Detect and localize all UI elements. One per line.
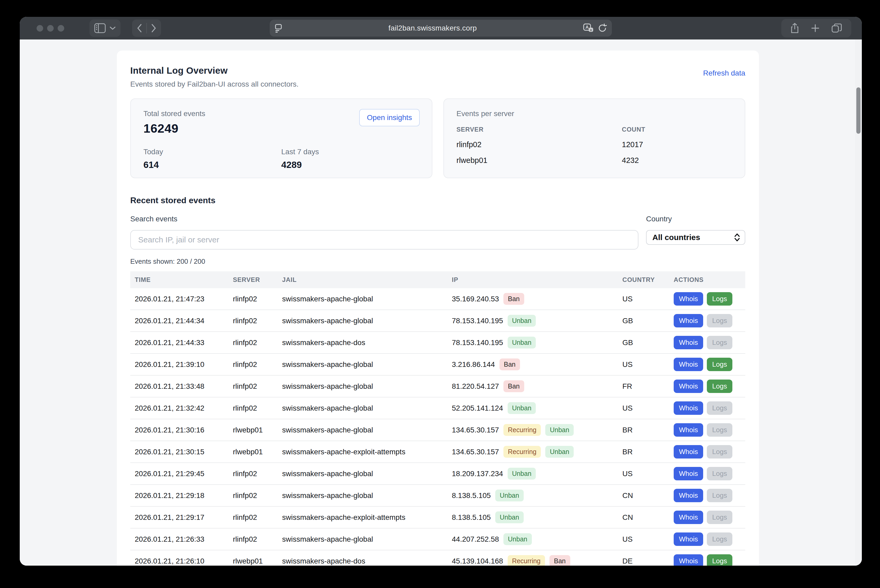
back-icon[interactable] (137, 24, 142, 33)
recurring-badge: Recurring (508, 555, 545, 566)
unban-badge: Unban (495, 512, 524, 523)
col-jail: JAIL (282, 276, 452, 284)
reader-view-icon[interactable] (274, 23, 282, 33)
scrollbar-thumb[interactable] (856, 87, 861, 134)
event-ip: 8.138.5.105 (452, 491, 491, 500)
events-table: TIME SERVER JAIL IP COUNTRY ACTIONS 2026… (130, 272, 745, 566)
translate-icon[interactable]: A x (583, 23, 594, 33)
logs-button[interactable]: Logs (707, 336, 732, 349)
sidebar-icon[interactable] (94, 23, 106, 33)
whois-button[interactable]: Whois (674, 314, 703, 327)
table-row: 2026.01.21, 21:30:15 rlwebp01 swissmaker… (130, 441, 745, 463)
last7-value: 4289 (281, 159, 419, 170)
logs-button[interactable]: Logs (707, 380, 732, 393)
cell-ip: 35.169.240.53 Ban (452, 293, 622, 305)
cell-server: rlinfp02 (233, 513, 282, 522)
cell-actions: Whois Logs (674, 380, 745, 393)
logs-button[interactable]: Logs (707, 554, 732, 566)
address-bar[interactable]: fail2ban.swissmakers.corp A x (270, 20, 612, 37)
chevron-down-icon[interactable] (109, 26, 116, 30)
logs-button[interactable]: Logs (707, 314, 732, 327)
cell-actions: Whois Logs (674, 489, 745, 502)
ban-badge: Ban (504, 380, 524, 392)
cell-server: rlinfp02 (233, 491, 282, 500)
whois-button[interactable]: Whois (674, 532, 703, 546)
cell-actions: Whois Logs (674, 336, 745, 349)
logs-button[interactable]: Logs (707, 292, 732, 306)
cell-jail: swissmakers-apache-exploit-attempts (282, 448, 452, 456)
open-insights-button[interactable]: Open insights (359, 109, 420, 126)
cell-ip: 134.65.30.157 RecurringUnban (452, 446, 622, 458)
logs-button[interactable]: Logs (707, 511, 732, 524)
cell-jail: swissmakers-apache-global (282, 404, 452, 412)
whois-button[interactable]: Whois (674, 423, 703, 436)
col-server: SERVER (233, 276, 282, 284)
whois-button[interactable]: Whois (674, 292, 703, 306)
cell-server: rlinfp02 (233, 470, 282, 478)
cell-time: 2026.01.21, 21:30:15 (130, 448, 233, 456)
cell-ip: 8.138.5.105 Unban (452, 512, 622, 523)
logs-button[interactable]: Logs (707, 532, 732, 546)
country-select[interactable]: All countries (646, 230, 745, 245)
stats-row: Total stored events 16249 Open insights … (130, 99, 745, 178)
logs-button[interactable]: Logs (707, 445, 732, 459)
refresh-data-link[interactable]: Refresh data (703, 69, 745, 77)
cell-jail: swissmakers-apache-global (282, 295, 452, 303)
event-ip: 8.138.5.105 (452, 513, 491, 522)
col-country: COUNTRY (622, 276, 674, 284)
events-table-header: TIME SERVER JAIL IP COUNTRY ACTIONS (130, 272, 745, 288)
page-header: Internal Log Overview Events stored by F… (130, 65, 745, 88)
whois-button[interactable]: Whois (674, 336, 703, 349)
whois-button[interactable]: Whois (674, 554, 703, 566)
search-input[interactable] (130, 230, 639, 249)
unban-badge: Unban (508, 315, 536, 327)
share-icon[interactable] (790, 22, 799, 34)
whois-button[interactable]: Whois (674, 380, 703, 393)
browser-window: fail2ban.swissmakers.corp A x (20, 17, 862, 566)
cell-jail: swissmakers-apache-global (282, 535, 452, 543)
new-tab-icon[interactable] (811, 24, 820, 33)
col-actions: ACTIONS (674, 276, 745, 284)
cell-jail: swissmakers-apache-global (282, 316, 452, 325)
today-stat: Today 614 (144, 148, 281, 170)
select-chevrons-icon (734, 233, 741, 242)
ban-badge: Ban (499, 358, 520, 370)
forward-icon[interactable] (151, 24, 156, 33)
cell-jail: swissmakers-apache-dos (282, 339, 452, 347)
traffic-lights (37, 25, 64, 32)
whois-button[interactable]: Whois (674, 445, 703, 459)
event-ip: 52.205.141.124 (452, 404, 503, 412)
logs-button[interactable]: Logs (707, 489, 732, 502)
cell-jail: swissmakers-apache-global (282, 470, 452, 478)
cell-time: 2026.01.21, 21:44:33 (130, 339, 233, 347)
cell-jail: swissmakers-apache-global (282, 360, 452, 369)
cell-time: 2026.01.21, 21:26:33 (130, 535, 233, 543)
whois-button[interactable]: Whois (674, 358, 703, 371)
cell-ip: 8.138.5.105 Unban (452, 489, 622, 501)
logs-button[interactable]: Logs (707, 401, 732, 415)
logs-button[interactable]: Logs (707, 358, 732, 371)
whois-button[interactable]: Whois (674, 489, 703, 502)
event-ip: 134.65.30.157 (452, 448, 499, 456)
per-server-col-server: SERVER (457, 126, 622, 133)
cell-country: BR (622, 448, 674, 456)
zoom-window-button[interactable] (58, 25, 64, 32)
close-window-button[interactable] (37, 25, 43, 32)
ban-badge: Ban (549, 555, 570, 566)
cell-country: US (622, 535, 674, 543)
logs-button[interactable]: Logs (707, 423, 732, 436)
whois-button[interactable]: Whois (674, 401, 703, 415)
minimize-window-button[interactable] (47, 25, 54, 32)
cell-time: 2026.01.21, 21:26:10 (130, 557, 233, 566)
tab-overview-icon[interactable] (831, 23, 843, 33)
cell-time: 2026.01.21, 21:29:18 (130, 491, 233, 500)
logs-button[interactable]: Logs (707, 467, 732, 480)
event-ip: 44.207.252.58 (452, 535, 499, 543)
whois-button[interactable]: Whois (674, 511, 703, 524)
col-time: TIME (130, 276, 233, 284)
reload-icon[interactable] (598, 23, 607, 33)
whois-button[interactable]: Whois (674, 467, 703, 480)
cell-time: 2026.01.21, 21:47:23 (130, 295, 233, 303)
cell-ip: 78.153.140.195 Unban (452, 315, 622, 327)
cell-ip: 78.153.140.195 Unban (452, 337, 622, 348)
